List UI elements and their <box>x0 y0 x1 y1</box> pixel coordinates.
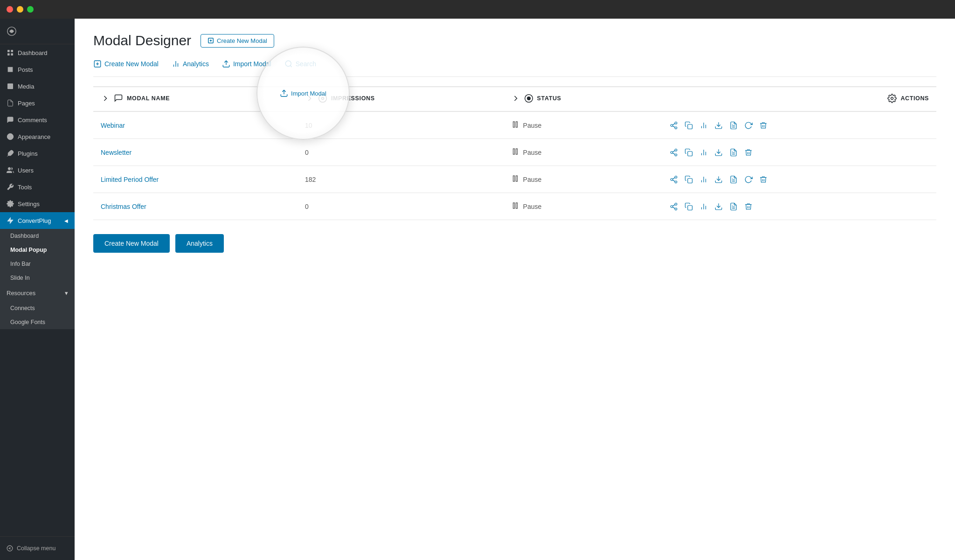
sidebar-item-slide-in[interactable]: Slide In <box>0 271 75 285</box>
create-new-modal-nav-button[interactable]: Create New Modal <box>93 58 159 70</box>
copy-icon[interactable] <box>685 175 693 184</box>
pause-icon <box>511 120 519 130</box>
sidebar-item-convertplug[interactable]: ConvertPlug ◀ <box>0 212 75 229</box>
svg-rect-31 <box>513 122 514 127</box>
create-new-modal-header-button[interactable]: Create New Modal <box>201 34 274 48</box>
close-button[interactable] <box>7 6 13 13</box>
notes-icon[interactable] <box>729 121 738 130</box>
page-title: Modal Designer <box>93 33 191 48</box>
sidebar-item-google-fonts[interactable]: Google Fonts <box>0 315 75 329</box>
copy-icon[interactable] <box>685 121 693 130</box>
notes-icon[interactable] <box>729 148 738 157</box>
sidebar-item-posts[interactable]: Posts <box>0 61 75 78</box>
status-label: Pause <box>523 176 542 183</box>
notes-icon[interactable] <box>729 202 738 211</box>
copy-icon[interactable] <box>685 148 693 157</box>
search-nav-button[interactable]: Search <box>284 58 316 70</box>
svg-rect-66 <box>687 178 692 183</box>
sidebar-item-appearance[interactable]: Appearance <box>0 128 75 145</box>
sidebar-item-cp-dashboard[interactable]: Dashboard <box>0 229 75 243</box>
delete-icon[interactable] <box>744 148 753 157</box>
modal-name-cell[interactable]: Christmas Offer <box>93 193 298 220</box>
analytics-icon[interactable] <box>699 148 708 157</box>
analytics-icon[interactable] <box>699 121 708 130</box>
maximize-button[interactable] <box>27 6 34 13</box>
svg-line-51 <box>672 150 675 152</box>
download-icon[interactable] <box>714 148 723 157</box>
svg-rect-32 <box>516 122 517 127</box>
modal-name-cell[interactable]: Limited Period Offer <box>93 166 298 193</box>
svg-point-24 <box>285 61 291 66</box>
actions-cell <box>662 193 936 220</box>
sidebar-item-connects[interactable]: Connects <box>0 301 75 315</box>
share-icon[interactable] <box>670 121 678 130</box>
th-impressions: IMPRESSIONS <box>298 87 504 111</box>
svg-point-34 <box>671 124 673 126</box>
status-cell[interactable]: Pause <box>504 193 662 220</box>
download-icon[interactable] <box>714 121 723 130</box>
sidebar-item-resources[interactable]: Resources ▾ <box>0 285 75 301</box>
pause-icon <box>511 147 519 157</box>
status-cell[interactable]: Pause <box>504 139 662 166</box>
svg-line-36 <box>672 126 675 127</box>
download-icon[interactable] <box>714 202 723 211</box>
minimize-button[interactable] <box>17 6 23 13</box>
refresh-icon[interactable] <box>744 175 753 184</box>
svg-point-33 <box>675 122 677 124</box>
sidebar-bottom: Collapse menu <box>0 536 75 560</box>
impressions-cell: 182 <box>298 166 504 193</box>
delete-icon[interactable] <box>759 121 768 130</box>
sidebar-item-tools[interactable]: Tools <box>0 179 75 195</box>
share-icon[interactable] <box>670 148 678 157</box>
actions-cell <box>662 139 936 166</box>
sidebar-item-settings[interactable]: Settings <box>0 195 75 212</box>
delete-icon[interactable] <box>759 175 768 184</box>
svg-marker-11 <box>7 217 13 223</box>
analytics-nav-button[interactable]: Analytics <box>172 58 209 70</box>
analytics-bottom-button[interactable]: Analytics <box>175 234 224 253</box>
analytics-icon[interactable] <box>699 175 708 184</box>
svg-line-64 <box>672 180 675 181</box>
delete-icon[interactable] <box>744 202 753 211</box>
page-wrapper: Modal Designer Create New Modal Import M… <box>75 19 955 560</box>
actions-cell <box>662 166 936 193</box>
status-label: Pause <box>523 122 542 129</box>
modal-name-cell[interactable]: Newsletter <box>93 139 298 166</box>
refresh-icon[interactable] <box>744 121 753 130</box>
sidebar-item-media[interactable]: Media <box>0 78 75 95</box>
modal-name-cell[interactable]: Webinar <box>93 111 298 139</box>
copy-icon[interactable] <box>685 202 693 211</box>
nav-toolbar: Create New Modal Analytics Import Modal … <box>93 58 936 77</box>
svg-line-50 <box>672 153 675 154</box>
sidebar-item-dashboard[interactable]: Dashboard <box>0 44 75 61</box>
svg-point-77 <box>675 208 677 210</box>
collapse-menu-button[interactable]: Collapse menu <box>0 540 75 556</box>
table-row: Webinar10 Pause <box>93 111 936 139</box>
share-icon[interactable] <box>670 175 678 184</box>
import-modal-nav-button[interactable]: Import Modal <box>222 58 271 70</box>
notes-icon[interactable] <box>729 175 738 184</box>
sidebar-item-pages[interactable]: Pages <box>0 95 75 111</box>
svg-point-75 <box>675 203 677 205</box>
status-cell[interactable]: Pause <box>504 166 662 193</box>
sidebar-item-comments[interactable]: Comments <box>0 111 75 128</box>
sidebar-item-modal-popup[interactable]: Modal Popup <box>0 243 75 257</box>
table-header: MODAL NAME IMPRESSIONS <box>93 87 936 111</box>
impressions-cell: 0 <box>298 139 504 166</box>
th-actions: ACTIONS <box>662 87 936 111</box>
status-cell[interactable]: Pause <box>504 111 662 139</box>
svg-point-47 <box>675 149 677 151</box>
impressions-cell: 0 <box>298 193 504 220</box>
sidebar-item-plugins[interactable]: Plugins <box>0 145 75 162</box>
svg-line-37 <box>672 123 675 124</box>
sidebar-submenu: Dashboard Modal Popup Info Bar Slide In … <box>0 229 75 329</box>
create-new-modal-bottom-button[interactable]: Create New Modal <box>93 234 170 253</box>
download-icon[interactable] <box>714 175 723 184</box>
svg-point-12 <box>7 546 13 551</box>
modal-table: MODAL NAME IMPRESSIONS <box>93 86 936 220</box>
analytics-icon[interactable] <box>699 202 708 211</box>
sidebar-item-info-bar[interactable]: Info Bar <box>0 257 75 271</box>
sidebar-item-users[interactable]: Users <box>0 162 75 179</box>
svg-point-35 <box>675 127 677 129</box>
share-icon[interactable] <box>670 202 678 211</box>
